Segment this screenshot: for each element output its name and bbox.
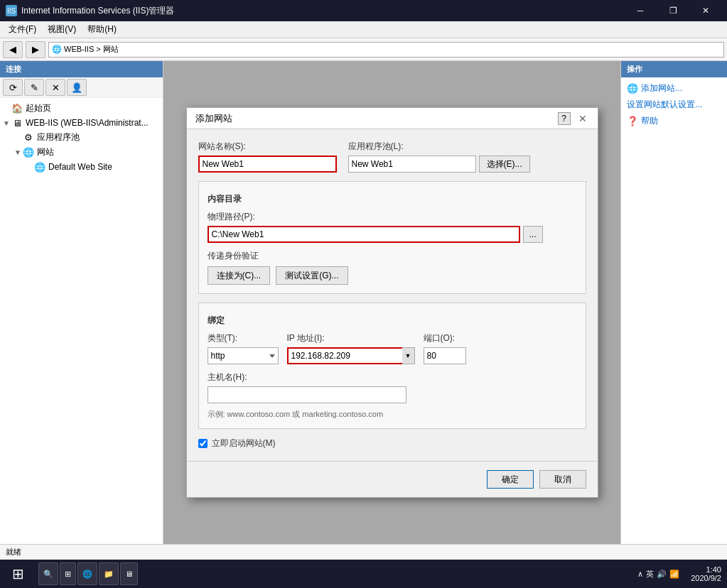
menu-view[interactable]: 视图(V) (42, 22, 82, 37)
sidebar-btn-1[interactable]: ⟳ (3, 79, 23, 96)
taskbar-ie[interactable]: 🌐 (77, 562, 97, 585)
action-help-label: 帮助 (641, 115, 658, 127)
dialog-help-btn[interactable]: ? (558, 112, 571, 125)
tree-item-home[interactable]: 🏠 起始页 (0, 101, 163, 116)
port-input[interactable] (424, 347, 466, 364)
tree-item-defaultsite[interactable]: 🌐 Default Web Site (0, 160, 163, 174)
binding-section: 绑定 类型(T): http https (198, 303, 586, 429)
content-area: 连接 ⟳ ✎ ✕ 👤 🏠 起始页 ▼ 🖥 WEB-IIS (WEB-IIS\Ad… (0, 61, 727, 544)
physical-path-input[interactable] (208, 226, 520, 243)
select-app-pool-btn[interactable]: 选择(E)... (479, 156, 530, 173)
sidebar-btn-3[interactable]: ✕ (45, 79, 65, 96)
hostname-input[interactable] (208, 386, 406, 403)
dialog-footer: 确定 取消 (187, 461, 598, 497)
tree-item-sites[interactable]: ▼ 🌐 网站 (0, 145, 163, 160)
dialog-close-btn[interactable]: ✕ (576, 112, 589, 125)
action-help[interactable]: ❓ 帮助 (621, 113, 727, 129)
ip-group: IP 地址(I): ▼ (287, 332, 415, 364)
toolbar: ◀ ▶ 🌐 WEB-IIS > 网站 (0, 38, 727, 61)
app-pool-group: 应用程序池(L): 选择(E)... (348, 141, 530, 173)
start-checkbox-row: 立即启动网站(M) (198, 437, 586, 450)
app-pool-label: 应用程序池(L): (348, 141, 530, 153)
taskbar: ⊞ 🔍 ⊞ 🌐 📁 🖥 ∧ 英 🔊 📶 1:40 2020/9/2 (0, 560, 727, 588)
back-btn[interactable]: ◀ (3, 41, 23, 58)
iis-icon: 🖥 (125, 570, 133, 578)
type-select[interactable]: http https (208, 347, 279, 364)
taskbar-clock[interactable]: 1:40 2020/9/2 (685, 565, 727, 582)
taskbar-tray: ∧ 英 🔊 📶 (632, 569, 685, 579)
start-icon: ⊞ (12, 565, 24, 582)
taskbar-explorer[interactable]: 📁 (99, 562, 119, 585)
site-name-label: 网站名称(S): (198, 141, 337, 153)
sidebar-btn-2[interactable]: ✎ (24, 79, 44, 96)
actions-panel: 操作 🌐 添加网站... 设置网站默认设置... ❓ 帮助 (620, 61, 727, 544)
action-set-defaults[interactable]: 设置网站默认设置... (621, 97, 727, 113)
tray-lang: 英 (646, 569, 654, 579)
task-view-icon: ⊞ (65, 570, 71, 579)
toggle-sites: ▼ (14, 148, 23, 156)
actions-list: 🌐 添加网站... 设置网站默认设置... ❓ 帮助 (621, 77, 727, 132)
apppool-label: 应用程序池 (37, 131, 80, 143)
tray-speaker[interactable]: 🔊 (657, 570, 667, 579)
connect-as-btn[interactable]: 连接为(C)... (208, 266, 271, 285)
physical-path-label: 物理路径(P): (208, 211, 577, 223)
action-set-defaults-label: 设置网站默认设置... (627, 99, 702, 111)
tree-item-apppool[interactable]: ⚙ 应用程序池 (0, 130, 163, 145)
close-btn[interactable]: ✕ (690, 0, 721, 21)
site-name-row: 网站名称(S): 应用程序池(L): 选择(E)... (198, 141, 586, 173)
dialog-overlay: 添加网站 ? ✕ 网站名称(S): (163, 61, 620, 544)
tray-network[interactable]: 📶 (669, 570, 679, 579)
defaultsite-label: Default Web Site (48, 162, 112, 172)
content-dir-title: 内容目录 (208, 193, 577, 205)
hostname-group: 主机名(H): 示例: www.contoso.com 或 marketing.… (208, 371, 577, 420)
forward-btn[interactable]: ▶ (26, 41, 45, 58)
ip-wrapper: ▼ (287, 347, 415, 364)
add-site-icon: 🌐 (627, 83, 638, 94)
start-btn[interactable]: ⊞ (0, 560, 36, 588)
home-label: 起始页 (26, 102, 51, 114)
taskbar-task-view[interactable]: ⊞ (60, 562, 76, 585)
help-icon: ❓ (627, 116, 638, 126)
tree-item-server[interactable]: ▼ 🖥 WEB-IIS (WEB-IIS\Administrat... (0, 116, 163, 130)
minimize-btn[interactable]: ─ (625, 0, 656, 21)
start-site-checkbox[interactable] (198, 439, 208, 448)
binding-title: 绑定 (208, 315, 577, 327)
dialog-title-bar: 添加网站 ? ✕ (187, 108, 598, 129)
content-dir-section: 内容目录 物理路径(P): ... 传递身份验证 连接为(C)... (198, 181, 586, 294)
sidebar-toolbar: ⟳ ✎ ✕ 👤 (0, 77, 163, 98)
browse-btn[interactable]: ... (523, 226, 543, 243)
main-content: 添加网站 ? ✕ 网站名称(S): (163, 61, 620, 544)
address-bar: 🌐 WEB-IIS > 网站 (48, 42, 724, 58)
action-add-site[interactable]: 🌐 添加网站... (621, 80, 727, 97)
actions-header: 操作 (621, 61, 727, 77)
defaultsite-icon: 🌐 (34, 161, 45, 173)
test-settings-btn[interactable]: 测试设置(G)... (276, 266, 348, 285)
hostname-example: 示例: www.contoso.com 或 marketing.contoso.… (208, 409, 577, 420)
apppool-icon: ⚙ (23, 132, 34, 143)
dialog-title: 添加网站 (195, 112, 232, 125)
site-name-input[interactable] (198, 156, 337, 173)
restore-btn[interactable]: ❐ (657, 0, 689, 21)
ip-input[interactable] (287, 347, 415, 364)
sidebar-btn-4[interactable]: 👤 (67, 79, 87, 96)
type-label: 类型(T): (208, 332, 279, 344)
menu-help[interactable]: 帮助(H) (82, 22, 122, 37)
ie-icon: 🌐 (82, 570, 92, 579)
main-window: 文件(F) 视图(V) 帮助(H) ◀ ▶ 🌐 WEB-IIS > 网站 连接 … (0, 21, 727, 560)
physical-path-group: 物理路径(P): ... (208, 211, 577, 243)
start-site-label: 立即启动网站(M) (212, 437, 276, 450)
hostname-label: 主机名(H): (208, 371, 577, 383)
cancel-btn[interactable]: 取消 (539, 470, 586, 489)
port-label: 端口(O): (424, 332, 466, 344)
ip-dropdown-btn[interactable]: ▼ (402, 347, 415, 364)
ok-btn[interactable]: 确定 (487, 470, 534, 489)
title-bar: IIS Internet Information Services (IIS)管… (0, 0, 727, 21)
menu-file[interactable]: 文件(F) (3, 22, 42, 37)
app-pool-input[interactable] (348, 156, 476, 173)
taskbar-search[interactable]: 🔍 (38, 562, 58, 585)
tray-chevron[interactable]: ∧ (637, 570, 643, 579)
taskbar-iis[interactable]: 🖥 (120, 562, 138, 585)
home-icon: 🏠 (11, 103, 23, 114)
passthrough-title: 传递身份验证 (208, 250, 577, 262)
status-bar: 就绪 (0, 544, 727, 560)
